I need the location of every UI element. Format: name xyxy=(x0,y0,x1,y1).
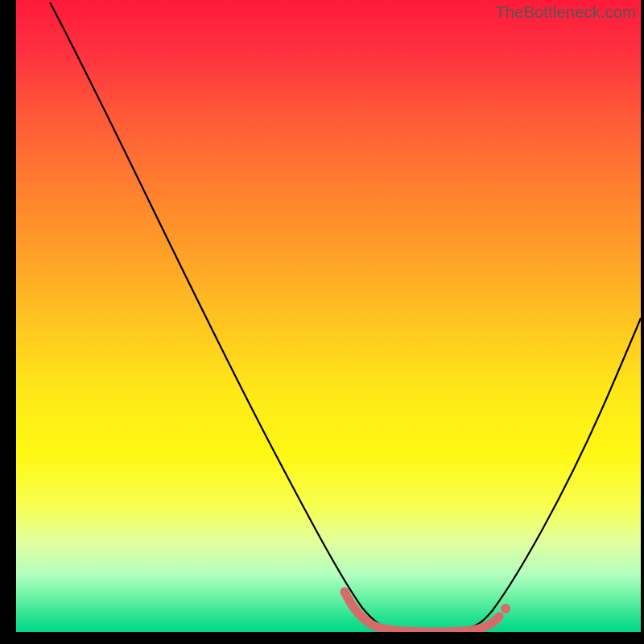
optimal-zone-end-dot xyxy=(501,604,510,613)
optimal-zone-marker-line xyxy=(345,592,499,632)
bottleneck-curve-line xyxy=(50,2,641,630)
chart-svg xyxy=(16,0,641,632)
watermark-text: TheBottleneck.com xyxy=(495,3,636,22)
chart-plot-area xyxy=(16,0,641,632)
